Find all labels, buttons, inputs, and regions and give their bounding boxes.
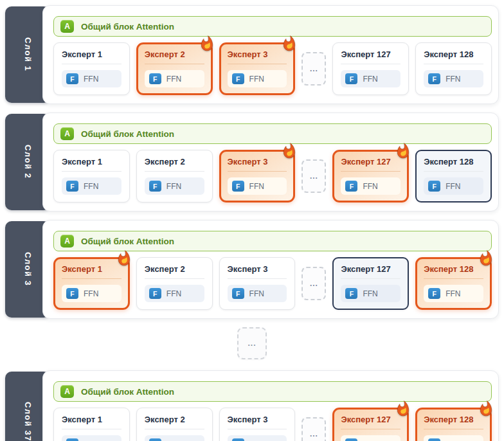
ffn-icon: F [428, 438, 440, 441]
attention-label: Общий блок Attention [81, 129, 174, 139]
layer-row-3: Слой 3 A Общий блок Attention Эксперт 1 … [5, 220, 499, 319]
ffn-block: F FFN [228, 285, 287, 302]
expert-card-marked: Эксперт 127 F FFN [332, 257, 409, 310]
expert-title: Эксперт 3 [228, 415, 287, 429]
attention-icon: A [60, 385, 74, 398]
experts-row: Эксперт 1 F FFN Эксперт 2 F FFN Эксперт … [53, 257, 492, 310]
layer-row-37: Слой 37 A Общий блок Attention Эксперт 1… [5, 370, 499, 441]
expert-title: Эксперт 3 [228, 264, 287, 279]
expert-title: Эксперт 1 [62, 264, 122, 279]
layer-label: Слой 37 [23, 402, 33, 441]
ffn-icon: F [345, 73, 357, 84]
expert-card-active: Эксперт 3 F FFN [219, 150, 296, 203]
ffn-label: FFN [249, 75, 264, 84]
ffn-block: F FFN [62, 285, 122, 302]
ffn-block: F FFN [341, 285, 401, 302]
hidden-experts-ellipsis: ... [302, 52, 326, 86]
layer-body-2: A Общий блок Attention Эксперт 1 F FFN Э… [42, 113, 499, 212]
expert-card: Эксперт 1 F FFN [53, 408, 130, 441]
ffn-block: F FFN [228, 435, 287, 441]
ffn-label: FFN [363, 182, 377, 191]
ffn-icon: F [149, 73, 161, 84]
ffn-block: F FFN [341, 70, 401, 87]
attention-icon: A [60, 20, 74, 33]
ffn-block: F FFN [145, 177, 204, 195]
expert-title: Эксперт 2 [145, 415, 204, 429]
expert-title: Эксперт 128 [424, 50, 483, 64]
experts-row: Эксперт 1 F FFN Эксперт 2 F FFN [53, 42, 492, 95]
experts-row: Эксперт 1 F FFN Эксперт 2 F FFN Эксперт … [53, 150, 492, 203]
ffn-icon: F [149, 181, 161, 192]
expert-card-active: Эксперт 127 F FFN [332, 408, 409, 441]
moe-layers-diagram: Слой 1 A Общий блок Attention Эксперт 1 … [0, 0, 504, 441]
ffn-block: F FFN [62, 177, 122, 195]
ffn-block: F FFN [424, 285, 483, 302]
ffn-label: FFN [84, 182, 98, 191]
layer-row-2: Слой 2 A Общий блок Attention Эксперт 1 … [5, 113, 499, 212]
expert-title: Эксперт 127 [341, 157, 401, 172]
ffn-block: F FFN [341, 435, 401, 441]
ffn-block: F FFN [62, 435, 122, 441]
expert-card-active: Эксперт 3 F FFN [219, 42, 296, 95]
ffn-icon: F [428, 181, 440, 192]
attention-label: Общий блок Attention [81, 387, 174, 397]
hidden-layers-ellipsis: ... [237, 327, 267, 359]
ffn-icon: F [66, 181, 78, 192]
ffn-icon: F [66, 288, 78, 299]
attention-label: Общий блок Attention [81, 22, 174, 32]
expert-title: Эксперт 2 [145, 264, 204, 279]
ffn-label: FFN [84, 75, 98, 84]
ffn-icon: F [428, 73, 440, 84]
attention-block: A Общий блок Attention [53, 381, 492, 402]
ffn-label: FFN [446, 289, 460, 298]
ffn-block: F FFN [145, 70, 204, 87]
ffn-label: FFN [166, 289, 181, 298]
attention-block: A Общий блок Attention [53, 123, 492, 144]
ffn-label: FFN [446, 182, 460, 191]
ffn-icon: F [66, 438, 78, 441]
attention-block: A Общий блок Attention [53, 231, 492, 251]
expert-card-active: Эксперт 1 F FFN [53, 257, 130, 310]
ffn-icon: F [149, 438, 161, 441]
experts-row: Эксперт 1 F FFN Эксперт 2 F FFN Эксперт … [53, 408, 492, 441]
attention-label: Общий блок Attention [81, 237, 174, 246]
expert-card-active: Эксперт 128 F FFN [415, 257, 492, 310]
ffn-label: FFN [446, 75, 460, 84]
expert-title: Эксперт 127 [341, 415, 401, 429]
layer-label: Слой 3 [23, 252, 33, 286]
ffn-block: F FFN [228, 177, 287, 195]
expert-title: Эксперт 1 [62, 415, 122, 429]
ffn-icon: F [345, 288, 357, 299]
expert-card-marked: Эксперт 128 F FFN [415, 150, 492, 203]
expert-title: Эксперт 3 [228, 50, 287, 64]
expert-card: Эксперт 1 F FFN [53, 150, 130, 203]
ffn-block: F FFN [145, 285, 204, 302]
expert-title: Эксперт 2 [145, 50, 204, 64]
layer-label: Слой 1 [23, 37, 33, 71]
ffn-label: FFN [84, 289, 98, 298]
expert-card: Эксперт 127 F FFN [332, 42, 409, 95]
layer-body-3: A Общий блок Attention Эксперт 1 F FFN Э… [42, 220, 499, 319]
expert-card: Эксперт 1 F FFN [53, 42, 130, 95]
expert-card: Эксперт 3 F FFN [219, 408, 296, 441]
attention-icon: A [60, 127, 74, 140]
expert-card-active: Эксперт 127 F FFN [332, 150, 409, 203]
hidden-experts-ellipsis: ... [302, 267, 326, 300]
ffn-icon: F [428, 288, 440, 299]
ffn-block: F FFN [424, 177, 483, 195]
ffn-label: FFN [363, 75, 377, 84]
expert-title: Эксперт 2 [145, 157, 204, 172]
ffn-block: F FFN [424, 70, 483, 87]
ffn-block: F FFN [62, 70, 122, 87]
ffn-icon: F [345, 181, 357, 192]
expert-card: Эксперт 2 F FFN [136, 257, 213, 310]
expert-title: Эксперт 128 [424, 157, 483, 172]
ffn-icon: F [232, 288, 244, 299]
ffn-label: FFN [166, 182, 181, 191]
hidden-experts-ellipsis: ... [302, 159, 326, 193]
expert-card: Эксперт 3 F FFN [219, 257, 296, 310]
ffn-label: FFN [363, 289, 377, 298]
attention-icon: A [60, 235, 74, 248]
expert-card: Эксперт 128 F FFN [415, 42, 492, 95]
layer-row-1: Слой 1 A Общий блок Attention Эксперт 1 … [5, 5, 499, 104]
